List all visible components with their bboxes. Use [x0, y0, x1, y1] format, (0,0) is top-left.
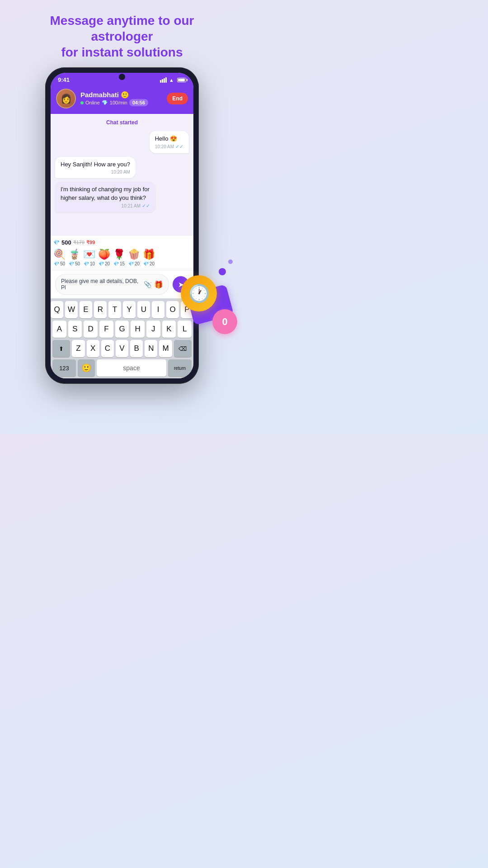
message-sent-1: Hello 😍 10:20 AM ✓✓ — [150, 131, 189, 153]
gift-item-6[interactable]: 🍿 💎20 — [128, 249, 140, 266]
message-text: Hey Sanjith! How are you? — [61, 160, 130, 169]
gift-price: 💎50 — [54, 261, 65, 266]
original-price: ₹179 — [73, 240, 84, 245]
gift-emoji: 🎁 — [143, 249, 155, 260]
key-x[interactable]: X — [87, 340, 99, 357]
message-sent-2: I'm thinking of changing my job for high… — [55, 182, 155, 212]
key-i[interactable]: I — [152, 301, 164, 318]
gift-item-5[interactable]: 🌹 💎15 — [113, 249, 125, 266]
key-y[interactable]: Y — [123, 301, 136, 318]
astrologer-info: Padmabhati 🙂 Online 💎 100/min 04:56 — [80, 91, 162, 106]
key-g[interactable]: G — [115, 321, 129, 338]
online-indicator — [80, 101, 84, 104]
key-b[interactable]: B — [130, 340, 143, 357]
gift-price: 💎15 — [113, 261, 125, 266]
delete-key[interactable]: ⌫ — [174, 340, 192, 357]
end-button[interactable]: End — [167, 93, 188, 104]
keyboard-bottom-row: 123 🙂 space return — [52, 359, 192, 377]
header-section: Message anytime to our astrologer for in… — [0, 0, 244, 67]
message-received-1: Hey Sanjith! How are you? 10:20 AM — [55, 157, 136, 178]
status-time: 9:41 — [58, 76, 70, 83]
gift-emoji: 🍭 — [53, 249, 66, 260]
emoji-key[interactable]: 🙂 — [78, 359, 95, 377]
decoration-dot-large — [219, 268, 226, 275]
headline: Message anytime to our astrologer for in… — [18, 13, 226, 60]
key-j[interactable]: J — [146, 321, 160, 338]
astrologer-status: Online 💎 100/min 04:56 — [80, 99, 162, 106]
gifts-section: 💎 500 ₹179 ₹99 🍭 💎50 🧋 💎50 💌 — [51, 235, 193, 270]
numbers-key[interactable]: 123 — [52, 359, 76, 377]
gift-price: 💎20 — [128, 261, 140, 266]
phone-mockup: 9:41 ▲ 👩 Padm — [45, 67, 199, 384]
key-r[interactable]: R — [94, 301, 107, 318]
avatar: 👩 — [56, 89, 76, 108]
gift-price: 💎50 — [69, 261, 80, 266]
message-input[interactable]: Please give me all details, DOB, Pl 📎 🎁 — [55, 274, 169, 295]
input-bar: Please give me all details, DOB, Pl 📎 🎁 … — [51, 270, 193, 298]
phone-wrapper: 9:41 ▲ 👩 Padm — [0, 67, 244, 384]
space-key[interactable]: space — [97, 359, 166, 377]
keyboard-row-3: ⬆ Z X C V B N M ⌫ — [52, 340, 192, 357]
battery-icon — [177, 78, 186, 82]
key-q[interactable]: Q — [51, 301, 63, 318]
gift-emoji: 🍑 — [98, 249, 110, 260]
key-t[interactable]: T — [108, 301, 121, 318]
message-text: I'm thinking of changing my job for high… — [61, 185, 150, 202]
key-k[interactable]: K — [162, 321, 176, 338]
key-v[interactable]: V — [116, 340, 128, 357]
key-z[interactable]: Z — [72, 340, 84, 357]
key-c[interactable]: C — [101, 340, 114, 357]
timer-badge: 04:56 — [129, 99, 148, 106]
read-receipt-icon: ✓✓ — [175, 144, 183, 150]
gift-price: 💎20 — [143, 261, 155, 266]
gift-item-3[interactable]: 💌 💎10 — [83, 249, 95, 266]
read-receipt-icon: ✓✓ — [142, 203, 150, 209]
gift-item-7[interactable]: 🎁 💎20 — [143, 249, 155, 266]
gifts-balance: 💎 500 ₹179 ₹99 — [53, 239, 191, 246]
status-icons: ▲ — [160, 77, 186, 83]
gift-emoji: 🌹 — [113, 249, 125, 260]
chat-started-label: Chat started — [55, 119, 189, 126]
diamond-icon: 💎 — [102, 100, 108, 106]
keyboard-row-2: A S D F G H J K L — [52, 321, 192, 338]
key-w[interactable]: W — [65, 301, 78, 318]
key-f[interactable]: F — [99, 321, 113, 338]
key-u[interactable]: U — [137, 301, 150, 318]
astrologer-name: Padmabhati 🙂 — [80, 91, 162, 99]
gift-icon[interactable]: 🎁 — [154, 280, 163, 289]
camera-notch — [119, 74, 125, 80]
key-s[interactable]: S — [68, 321, 82, 338]
keyboard[interactable]: Q W E R T Y U I O P A S D F G — [51, 298, 193, 378]
key-d[interactable]: D — [84, 321, 98, 338]
gift-emoji: 💌 — [83, 249, 95, 260]
key-n[interactable]: N — [145, 340, 157, 357]
shift-key[interactable]: ⬆ — [52, 340, 70, 357]
key-m[interactable]: M — [159, 340, 172, 357]
key-h[interactable]: H — [131, 321, 145, 338]
decoration-dot-small — [228, 259, 233, 264]
chat-header: 👩 Padmabhati 🙂 Online 💎 100/min 04:56 En… — [51, 85, 193, 114]
phone-screen: 9:41 ▲ 👩 Padm — [51, 73, 193, 378]
gift-emoji: 🧋 — [68, 249, 80, 260]
gift-item-1[interactable]: 🍭 💎50 — [53, 249, 66, 266]
message-text: Hello 😍 — [155, 135, 183, 143]
key-o[interactable]: O — [166, 301, 179, 318]
gift-price: 💎20 — [99, 261, 110, 266]
key-l[interactable]: L — [178, 321, 192, 338]
balance-amount: 500 — [61, 239, 71, 246]
key-e[interactable]: E — [80, 301, 92, 318]
input-text: Please give me all details, DOB, Pl — [61, 278, 141, 291]
keyboard-row-1: Q W E R T Y U I O P — [52, 301, 192, 318]
key-a[interactable]: A — [52, 321, 66, 338]
return-key[interactable]: return — [168, 359, 192, 377]
message-meta: 10:20 AM ✓✓ — [155, 144, 183, 150]
message-meta: 10:21 AM ✓✓ — [61, 203, 150, 209]
gift-item-4[interactable]: 🍑 💎20 — [98, 249, 110, 266]
sale-price: ₹99 — [86, 240, 95, 245]
attachment-icon[interactable]: 📎 — [144, 281, 151, 288]
gift-item-2[interactable]: 🧋 💎50 — [68, 249, 80, 266]
signal-icon — [160, 77, 167, 83]
badge-decoration: 0 — [212, 309, 237, 334]
gift-emoji: 🍿 — [128, 249, 140, 260]
gift-price: 💎10 — [84, 261, 95, 266]
